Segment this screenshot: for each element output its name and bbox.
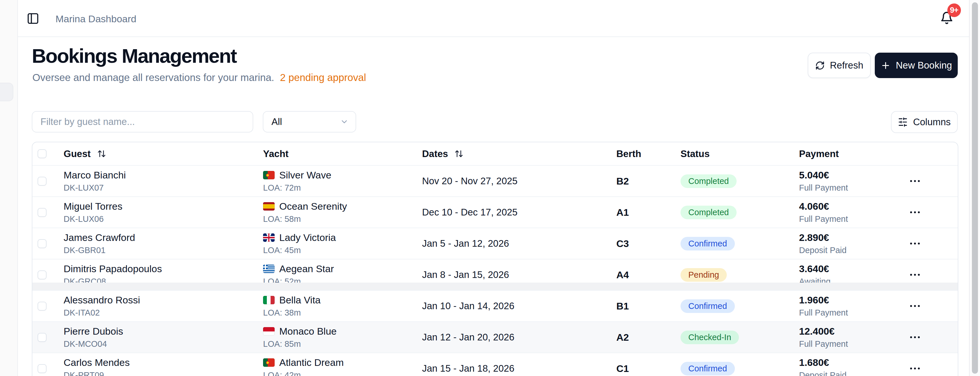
row-checkbox[interactable] bbox=[38, 364, 46, 373]
table-row: Pierre Dubois DK-MCO04 Monaco Blue LOA: … bbox=[32, 321, 958, 352]
scrollbar-thumb[interactable] bbox=[972, 2, 978, 374]
row-checkbox[interactable] bbox=[38, 208, 46, 217]
payment-amount: 2.890€ bbox=[799, 232, 908, 243]
column-header-status: Status bbox=[681, 148, 710, 159]
page-scrollbar[interactable] bbox=[969, 0, 980, 376]
flag-united-kingdom-icon bbox=[263, 233, 275, 242]
flag-portugal-icon bbox=[263, 171, 275, 179]
guest-filter-input[interactable] bbox=[32, 111, 253, 132]
left-rail bbox=[0, 0, 18, 376]
payment-status: Full Payment bbox=[799, 214, 908, 224]
panel-left-icon bbox=[27, 12, 39, 25]
guest-id: DK-LUX06 bbox=[64, 214, 263, 224]
row-checkbox[interactable] bbox=[38, 239, 46, 248]
more-horizontal-icon bbox=[908, 331, 922, 344]
booking-dates: Nov 20 - Nov 27, 2025 bbox=[422, 175, 616, 186]
row-checkbox[interactable] bbox=[38, 333, 46, 342]
booking-dates: Jan 8 - Jan 15, 2026 bbox=[422, 269, 616, 280]
payment-amount: 1.960€ bbox=[799, 295, 908, 306]
berth-code: B1 bbox=[616, 301, 681, 312]
payment-status: Full Payment bbox=[799, 308, 908, 317]
yacht-name: Aegean Star bbox=[279, 263, 334, 274]
table-row: Marco Bianchi DK-LUX07 Silver Wave LOA: … bbox=[32, 165, 958, 196]
row-actions-button[interactable] bbox=[908, 362, 922, 375]
refresh-button[interactable]: Refresh bbox=[808, 53, 871, 78]
payment-amount: 12.400€ bbox=[799, 326, 908, 337]
status-filter-select[interactable]: All bbox=[263, 111, 356, 132]
row-actions-button[interactable] bbox=[908, 174, 922, 188]
more-horizontal-icon bbox=[908, 300, 922, 313]
row-actions-button[interactable] bbox=[908, 206, 922, 219]
flag-greece-icon bbox=[263, 264, 275, 273]
row-checkbox[interactable] bbox=[38, 302, 46, 311]
flag-spain-icon bbox=[263, 202, 275, 210]
status-filter-value: All bbox=[272, 116, 340, 127]
sort-guest-button[interactable] bbox=[97, 149, 106, 158]
row-highlight-strip bbox=[32, 283, 958, 290]
yacht-name: Bella Vita bbox=[279, 295, 321, 306]
berth-code: C1 bbox=[616, 363, 681, 374]
notifications-button[interactable]: 9+ bbox=[940, 11, 954, 25]
arrow-up-down-icon bbox=[455, 149, 463, 158]
sliders-horizontal-icon bbox=[898, 117, 908, 127]
yacht-loa: LOA: 58m bbox=[263, 214, 422, 224]
row-actions-button[interactable] bbox=[908, 300, 922, 313]
row-checkbox[interactable] bbox=[38, 271, 46, 279]
new-booking-button[interactable]: New Booking bbox=[875, 53, 958, 78]
row-actions-button[interactable] bbox=[908, 268, 922, 281]
column-header-yacht: Yacht bbox=[263, 148, 288, 159]
column-header-payment: Payment bbox=[799, 148, 839, 159]
status-badge: Confirmed bbox=[681, 300, 735, 313]
flag-portugal-icon bbox=[263, 358, 275, 367]
sidebar-handle-tab[interactable] bbox=[0, 83, 13, 101]
flag-italy-icon bbox=[263, 296, 275, 304]
more-horizontal-icon bbox=[908, 237, 922, 250]
flag-monaco-icon bbox=[263, 327, 275, 336]
berth-code: B2 bbox=[616, 175, 681, 187]
refresh-icon bbox=[815, 61, 825, 70]
row-actions-button[interactable] bbox=[908, 331, 922, 344]
more-horizontal-icon bbox=[908, 362, 922, 375]
payment-amount: 1.680€ bbox=[799, 357, 908, 368]
table-header-row: Guest Yacht Dates Berth Status bbox=[32, 142, 958, 165]
row-actions-button[interactable] bbox=[908, 237, 922, 250]
top-bar: Marina Dashboard 9+ bbox=[18, 0, 969, 37]
payment-status: Full Payment bbox=[799, 183, 908, 193]
payment-amount: 3.640€ bbox=[799, 263, 908, 274]
payment-status: Deposit Paid bbox=[799, 245, 908, 255]
yacht-loa: LOA: 72m bbox=[263, 183, 422, 193]
yacht-loa: LOA: 45m bbox=[263, 245, 422, 255]
chevron-down-icon bbox=[340, 118, 348, 126]
booking-dates: Jan 15 - Jan 18, 2026 bbox=[422, 363, 616, 374]
arrow-up-down-icon bbox=[97, 149, 106, 158]
columns-button[interactable]: Columns bbox=[891, 111, 958, 133]
pending-approval-note: 2 pending approval bbox=[280, 72, 366, 83]
sidebar-toggle-button[interactable] bbox=[27, 12, 39, 25]
status-badge: Confirmed bbox=[681, 237, 735, 250]
table-row: Alessandro Rossi DK-ITA02 Bella Vita LOA… bbox=[32, 290, 958, 321]
berth-code: C3 bbox=[616, 238, 681, 249]
bookings-table: Guest Yacht Dates Berth Status bbox=[32, 142, 958, 376]
berth-code: A2 bbox=[616, 332, 681, 343]
berth-code: A4 bbox=[616, 269, 681, 280]
table-row: James Crawford DK-GBR01 Lady Victoria LO… bbox=[32, 228, 958, 259]
yacht-name: Lady Victoria bbox=[279, 232, 336, 243]
more-horizontal-icon bbox=[908, 268, 922, 281]
status-badge: Confirmed bbox=[681, 362, 735, 375]
status-badge: Completed bbox=[681, 174, 737, 188]
yacht-name: Ocean Serenity bbox=[279, 201, 347, 212]
booking-dates: Dec 10 - Dec 17, 2025 bbox=[422, 207, 616, 218]
row-checkbox[interactable] bbox=[38, 177, 46, 186]
guest-id: DK-ITA02 bbox=[64, 308, 263, 317]
guest-name: Pierre Dubois bbox=[64, 326, 263, 337]
payment-status: Full Payment bbox=[799, 339, 908, 349]
yacht-name: Atlantic Dream bbox=[279, 357, 344, 368]
payment-status: Deposit Paid bbox=[799, 371, 908, 376]
guest-name: Carlos Mendes bbox=[64, 357, 263, 368]
guest-id: DK-LUX07 bbox=[64, 183, 263, 193]
guest-id: DK-PRT09 bbox=[64, 371, 263, 376]
guest-name: Miguel Torres bbox=[64, 201, 263, 212]
select-all-checkbox[interactable] bbox=[38, 149, 46, 158]
table-row: Carlos Mendes DK-PRT09 Atlantic Dream LO… bbox=[32, 352, 958, 376]
sort-dates-button[interactable] bbox=[455, 149, 463, 158]
